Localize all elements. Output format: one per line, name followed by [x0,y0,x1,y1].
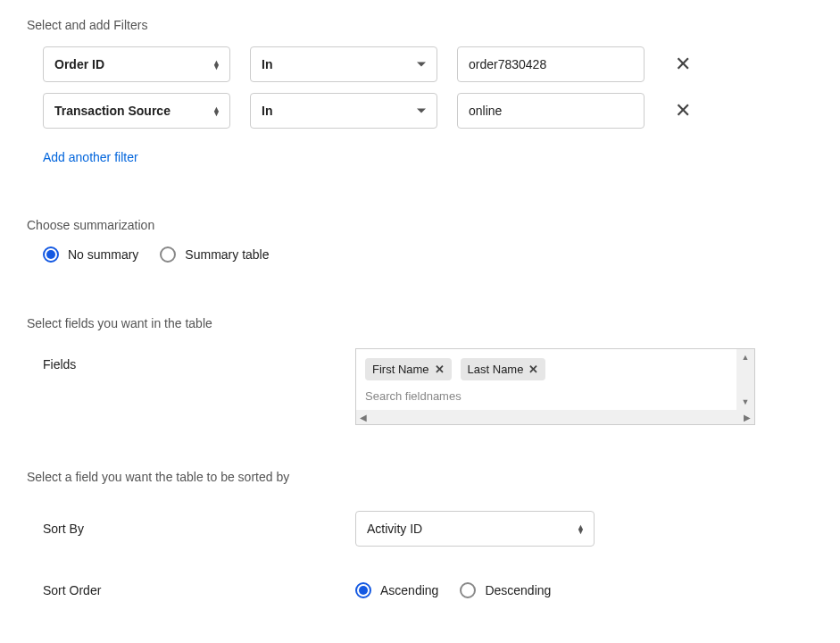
radio-label: Ascending [380,583,438,597]
filters-heading: Select and add Filters [27,18,813,32]
filter-field-select[interactable]: Order ID ▲▼ [43,46,230,82]
remove-filter-icon[interactable]: ✕ [675,53,691,76]
sort-by-select[interactable]: Activity ID ▲▼ [355,511,595,547]
filter-field-value: Transaction Source [54,104,170,118]
filter-value-input[interactable]: order7830428 [457,46,645,82]
chip-remove-icon[interactable]: ✕ [435,363,445,376]
summary-heading: Choose summarization [27,218,813,232]
field-chip[interactable]: First Name ✕ [365,358,452,380]
sort-icon: ▲▼ [577,525,585,533]
filter-value-input[interactable]: online [457,93,645,129]
radio-icon [160,246,176,263]
filter-row: Order ID ▲▼ In order7830428 ✕ [27,46,813,82]
remove-filter-icon[interactable]: ✕ [675,99,691,122]
vertical-scrollbar[interactable]: ▲ ▼ [736,349,754,410]
chip-remove-icon[interactable]: ✕ [528,363,538,376]
fields-label: Fields [43,348,355,425]
add-filter-link[interactable]: Add another filter [43,150,138,164]
horizontal-scrollbar[interactable]: ◀ ▶ [356,410,754,424]
radio-icon [460,582,476,598]
sort-by-label: Sort By [43,522,355,536]
radio-icon [43,246,59,263]
radio-label: Descending [485,583,551,597]
scroll-up-icon: ▲ [742,353,750,362]
radio-ascending[interactable]: Ascending [355,582,438,598]
filter-operator-select[interactable]: In [250,46,437,82]
sort-icon: ▲▼ [212,107,220,115]
chevron-down-icon [417,109,426,113]
fields-multiselect[interactable]: First Name ✕ Last Name ✕ Search fieldnam… [355,348,755,425]
filter-operator-select[interactable]: In [250,93,437,129]
filter-value-text: order7830428 [469,57,546,71]
filter-field-value: Order ID [54,57,104,71]
chevron-down-icon [417,63,426,67]
fields-search-input[interactable]: Search fieldnames [356,386,754,410]
radio-summary-table[interactable]: Summary table [160,246,269,263]
radio-label: Summary table [185,247,269,262]
field-chip[interactable]: Last Name ✕ [461,358,546,380]
filter-row: Transaction Source ▲▼ In online ✕ [27,93,813,129]
radio-no-summary[interactable]: No summary [43,246,138,263]
scroll-left-icon: ◀ [360,413,367,422]
filter-value-text: online [469,104,502,118]
filter-operator-value: In [262,104,272,118]
scroll-right-icon: ▶ [744,413,751,422]
chip-label: Last Name [468,363,524,376]
filter-field-select[interactable]: Transaction Source ▲▼ [43,93,230,129]
sort-by-value: Activity ID [367,522,422,536]
filter-operator-value: In [262,57,272,71]
sort-heading: Select a field you want the table to be … [27,470,813,484]
radio-descending[interactable]: Descending [460,582,551,598]
sort-icon: ▲▼ [212,61,220,69]
scroll-down-icon: ▼ [742,397,750,406]
fields-heading: Select fields you want in the table [27,316,813,330]
radio-icon [355,582,371,598]
radio-label: No summary [68,247,138,262]
chip-label: First Name [372,363,429,376]
sort-order-label: Sort Order [43,583,355,597]
